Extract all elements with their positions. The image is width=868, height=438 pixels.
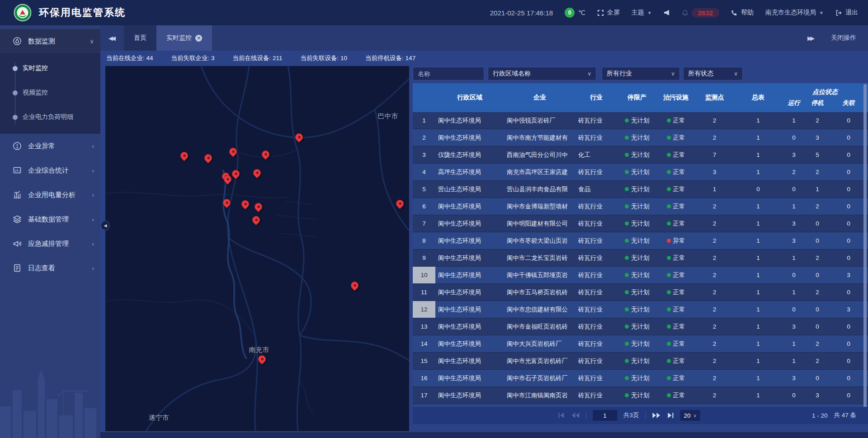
table-row[interactable]: 5营山生态环境局营山县润丰肉食品有限食品无计划正常10010: [413, 181, 868, 198]
tabs-scroll-right-icon[interactable]: ▶▶: [807, 35, 813, 42]
sidebar-item-power-analysis[interactable]: 企业用电量分析‹: [0, 183, 100, 207]
org-dropdown[interactable]: 南充市生态环境局 ▼: [765, 9, 824, 17]
close-icon[interactable]: ✕: [195, 35, 202, 42]
energy-icon: [13, 190, 22, 199]
sidebar-item-enterprise-abnormal[interactable]: 企业异常‹: [0, 134, 100, 158]
stop-cell: 2: [806, 284, 829, 301]
table-row[interactable]: 14阆中生态环境局阆中大兴页岩机砖厂砖瓦行业无计划正常21120: [413, 335, 868, 353]
company-cell: 阆中市石子页岩机砖厂: [504, 370, 576, 386]
production-status-cell: 无计划: [617, 335, 657, 352]
table-row[interactable]: 1阆中生态环境局阆中强锐页岩砖厂砖瓦行业无计划正常21120: [413, 112, 868, 129]
points-cell: 2: [695, 198, 734, 215]
tab-item[interactable]: 首页: [124, 25, 156, 51]
industry-cell: 砖瓦行业: [576, 215, 617, 232]
stat-item: 当前停机设备: 147: [365, 54, 415, 62]
sidebar-item-label: 数据监测: [28, 37, 55, 46]
status-dot-icon: [667, 325, 671, 329]
meters-cell: 1: [734, 164, 782, 180]
table-row[interactable]: 13阆中生态环境局阆中市金福旺页岩机砖砖瓦行业无计划正常21300: [413, 318, 868, 335]
datetime: 2021-02-25 17:46:18: [490, 9, 553, 17]
help-button[interactable]: 帮助: [731, 9, 754, 17]
stat-item: 当前失联企业: 3: [171, 54, 215, 62]
table-row[interactable]: 4高坪生态环境局南充市高坪区王家店建砖瓦行业无计划正常31220: [413, 164, 868, 181]
table-row[interactable]: 16阆中生态环境局阆中市石子页岩机砖厂砖瓦行业无计划正常21300: [413, 370, 868, 387]
chevron-left-icon: ‹: [92, 192, 94, 198]
last-page-button[interactable]: [666, 412, 674, 419]
sidebar-item-enterprise-stats[interactable]: 企业综合统计‹: [0, 158, 100, 183]
page-input[interactable]: [593, 410, 617, 421]
notifications[interactable]: 2632: [682, 8, 719, 18]
stats-bar: 当前在线企业: 44当前失联企业: 3当前在线设备: 211当前失联设备: 10…: [100, 51, 868, 66]
industry-filter-select[interactable]: 所有行业 ∨: [602, 67, 680, 80]
region-filter-select[interactable]: 行政区域名称 ∨: [488, 67, 596, 80]
table-row[interactable]: 10阆中生态环境局阆中千佛镇五郎垭页岩砖瓦行业无计划正常21003: [413, 267, 868, 284]
facility-status-cell: 正常: [657, 146, 695, 163]
row-index-cell: 14: [413, 335, 435, 352]
chevron-down-icon: ▼: [819, 10, 824, 15]
bullet-dot-icon: [13, 66, 18, 71]
lost-cell: 0: [829, 181, 868, 198]
first-page-button[interactable]: [558, 412, 565, 419]
divider: [645, 412, 646, 419]
name-filter-input[interactable]: [413, 67, 484, 80]
table-row[interactable]: 17阆中生态环境局阆中市江南镇阆南页岩砖瓦行业无计划正常21030: [413, 387, 868, 404]
map-city-label: 巴中市: [377, 112, 398, 120]
logout-button[interactable]: 退出: [835, 9, 858, 17]
speaker-mute-icon[interactable]: [664, 9, 670, 16]
prev-page-button[interactable]: [571, 412, 580, 419]
map-city-label: 南充市: [249, 345, 269, 354]
industry-cell: 砖瓦行业: [576, 129, 617, 146]
points-cell: 2: [695, 232, 734, 249]
sidebar-item-emergency[interactable]: 应急减排管理‹: [0, 231, 100, 256]
map-collapse-toggle[interactable]: ◀: [101, 221, 110, 231]
table-row[interactable]: 3仪陇生态环境局西南油气田分公司川中化工无计划正常71350: [413, 146, 868, 164]
tab-active[interactable]: 实时监控✕: [156, 25, 212, 51]
sidebar-item-base-data[interactable]: 基础数据管理‹: [0, 207, 100, 231]
table-row[interactable]: 12阆中生态环境局阆中市忠信建材有限公砖瓦行业无计划正常21003: [413, 301, 868, 318]
close-operations-button[interactable]: 关闭操作: [831, 34, 856, 42]
log-icon: [13, 264, 22, 273]
map-panel[interactable]: 巴中市南充市遂宁市: [105, 66, 409, 431]
fullscreen-button[interactable]: 全屏: [597, 9, 620, 17]
company-cell: 阆中市枣碧大梁山页岩: [504, 232, 576, 249]
table-row[interactable]: 15阆中生态环境局阆中市光富页岩机砖厂砖瓦行业无计划正常21120: [413, 353, 868, 370]
sidebar-item-logs[interactable]: 日志查看‹: [0, 256, 100, 280]
sidebar-subitem[interactable]: 视频监控: [0, 80, 100, 105]
points-cell: 2: [695, 112, 734, 129]
facility-status-cell: 异常: [657, 232, 695, 249]
table-scrollbar[interactable]: [863, 84, 867, 421]
production-status-cell: 无计划: [617, 198, 657, 215]
industry-cell: 化工: [576, 146, 617, 163]
table-row[interactable]: 7阆中生态环境局阆中明阳建材有限公司砖瓦行业无计划正常21300: [413, 215, 868, 232]
sidebar-subitem[interactable]: 实时监控: [0, 56, 100, 80]
table-row[interactable]: 2阆中生态环境局阆中市南方节能建材有砖瓦行业无计划正常21030: [413, 129, 868, 146]
temperature-unit: ℃: [578, 9, 585, 16]
status-dot-icon: [625, 325, 629, 329]
sidebar-item-label: 基础数据管理: [28, 215, 69, 224]
status-dot-icon: [667, 221, 671, 226]
stop-cell: 2: [806, 112, 829, 129]
status-dot-icon: [625, 342, 629, 346]
run-cell: 1: [782, 335, 806, 352]
alert-icon: [13, 141, 22, 151]
page-size-select[interactable]: 20 ∨: [680, 410, 700, 421]
table-row[interactable]: 8阆中生态环境局阆中市枣碧大梁山页岩砖瓦行业无计划异常21300: [413, 232, 868, 250]
page-title: 环保用电监管系统: [39, 6, 126, 19]
sidebar-subitem[interactable]: 企业电力负荷明细: [0, 105, 100, 129]
table-row[interactable]: 6阆中生态环境局阆中市金博瑞新型墙材砖瓦行业无计划正常21120: [413, 198, 868, 215]
sidebar-item-data-monitor[interactable]: 数据监测∨: [0, 29, 100, 53]
col-points: 监测点: [695, 83, 734, 112]
stop-cell: 2: [806, 198, 829, 215]
table-row[interactable]: 11阆中生态环境局阆中市五马桥页岩机砖砖瓦行业无计划正常21120: [413, 284, 868, 301]
tabs-scroll-left-icon[interactable]: ◀◀: [108, 35, 114, 42]
region-cell: 营山生态环境局: [435, 181, 504, 198]
chevron-left-icon: ‹: [92, 143, 94, 150]
fullscreen-icon: [597, 9, 604, 16]
next-page-button[interactable]: [652, 412, 660, 419]
status-filter-select[interactable]: 所有状态 ∨: [683, 67, 743, 80]
sidebar-submenu: 实时监控视频监控企业电力负荷明细: [0, 53, 100, 134]
table-row[interactable]: 9阆中生态环境局阆中市二龙长宝页岩砖砖瓦行业无计划正常21120: [413, 250, 868, 267]
production-status-cell: 无计划: [617, 318, 657, 335]
company-cell: 阆中市光富页岩机砖厂: [504, 353, 576, 369]
theme-dropdown[interactable]: 主题 ▼: [632, 9, 652, 17]
